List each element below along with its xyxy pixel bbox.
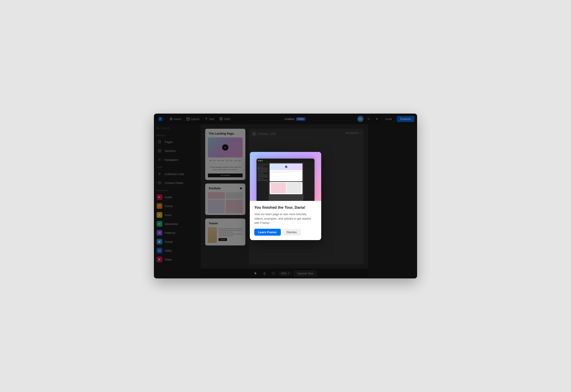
tour-modal: ▶ [250, 152, 321, 240]
mini-section-label-3 [257, 178, 264, 179]
mini-body: ▶ [256, 163, 315, 201]
dismiss-button[interactable]: Dismiss [283, 229, 301, 236]
tour-modal-body: You finished the Tour, Daria! Visit our … [250, 201, 321, 240]
mini-canvas-card-bottom [270, 170, 302, 174]
app-window: F ▾ Insert Layout Text CMS Untitled FRE [154, 113, 417, 279]
mini-item-1 [257, 168, 268, 169]
mini-item-4 [257, 174, 268, 176]
tour-actions: Learn Framer Dismiss [254, 229, 317, 236]
mini-dot-green [261, 160, 263, 161]
tour-description: Visit our learn page to see more tutoria… [254, 212, 317, 225]
mini-item-6 [257, 180, 268, 181]
mini-canvas-card-top: ▶ [270, 164, 302, 170]
learn-framer-button[interactable]: Learn Framer [254, 229, 281, 236]
tour-modal-preview: ▶ [250, 152, 321, 201]
mini-item-3 [257, 171, 268, 172]
mini-item-5 [257, 176, 268, 178]
mini-line-1 [270, 171, 301, 172]
mini-canvas-card-landing: ▶ [270, 164, 302, 181]
mini-line-2 [270, 172, 289, 173]
mini-dot-red [258, 160, 259, 161]
mini-right-panel [303, 163, 315, 201]
mini-sidebar [256, 163, 269, 201]
modal-overlay: ▶ [154, 113, 417, 279]
tour-title: You finished the Tour, Daria! [254, 205, 317, 210]
tour-mini-app: ▶ [256, 159, 315, 201]
mini-section-label [257, 166, 264, 167]
mini-dot-yellow [260, 160, 261, 161]
mini-canvas-card-portfolio [270, 182, 302, 194]
mini-search [257, 164, 268, 165]
mini-play-btn: ▶ [285, 166, 287, 168]
mini-section-label-2 [257, 173, 264, 174]
mini-canvas: ▶ [269, 163, 303, 201]
mini-topbar [256, 159, 315, 163]
mini-item-2 [257, 169, 268, 171]
